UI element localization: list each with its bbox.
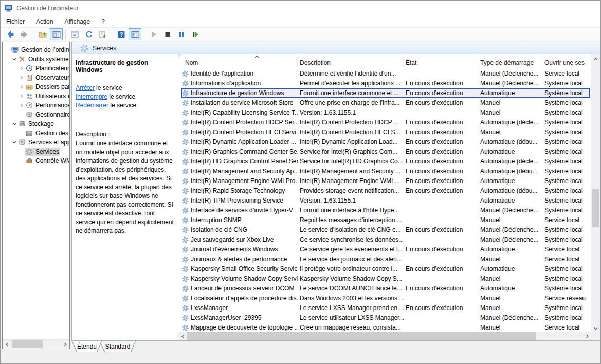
service-row[interactable]: Intel(R) Content Protection HDCP Ser...I… bbox=[178, 118, 591, 128]
service-row[interactable]: Informations d’applicationPermet d’exécu… bbox=[178, 79, 591, 88]
tree-item-stockage[interactable]: Stockage bbox=[3, 119, 69, 129]
service-row[interactable]: Intel(R) Content Protection HECI Servi..… bbox=[178, 128, 591, 137]
show-console-tree-button[interactable] bbox=[50, 28, 63, 40]
service-row[interactable]: Journaux & alertes de performanceLe serv… bbox=[178, 254, 591, 264]
tree-item-gestion-de-l-ordinate[interactable]: Gestion de l’ordinate bbox=[3, 45, 69, 54]
show-action-pane-button[interactable] bbox=[129, 28, 141, 40]
service-row[interactable]: Intel(R) Capability Licensing Service T.… bbox=[178, 108, 591, 118]
column-divider[interactable] bbox=[297, 57, 298, 67]
service-row[interactable]: Kaspersky Small Office Security Servic..… bbox=[178, 264, 591, 274]
service-row[interactable]: Intel(R) Dynamic Application Loader ...I… bbox=[178, 137, 591, 147]
scrollbar-thumb[interactable] bbox=[592, 189, 599, 227]
service-row[interactable]: Localisateur d’appels de procédure dis..… bbox=[178, 294, 591, 303]
tree-item-gestion-des-d[interactable]: Gestion des d bbox=[3, 129, 69, 138]
menu-help[interactable]: ? bbox=[96, 16, 111, 27]
column-header-description[interactable]: Description bbox=[300, 54, 403, 69]
column-header-nom[interactable]: Nom bbox=[185, 54, 296, 69]
tree-item-observateur[interactable]: Observateur bbox=[3, 73, 69, 82]
service-row[interactable]: Intel(R) TPM Provisioning ServiceVersion… bbox=[178, 196, 591, 206]
chevron-expanded-icon[interactable] bbox=[11, 120, 18, 128]
chevron-collapsed-icon[interactable] bbox=[18, 65, 25, 72]
service-row[interactable]: Interruption SNMPReçoit les messages d’i… bbox=[178, 215, 591, 225]
tree-item-services[interactable]: Services bbox=[3, 147, 69, 156]
scroll-right-icon[interactable] bbox=[61, 340, 69, 349]
service-gear-icon bbox=[182, 324, 189, 331]
tree-item-gestionnaire[interactable]: Gestionnaire bbox=[3, 110, 69, 119]
scroll-left-icon[interactable] bbox=[3, 340, 11, 349]
list-vertical-scrollbar[interactable] bbox=[591, 54, 600, 333]
export-list-button[interactable] bbox=[96, 28, 109, 40]
chevron-expanded-icon[interactable] bbox=[11, 139, 18, 146]
column-divider[interactable] bbox=[403, 57, 404, 67]
tree-item-utilisateurs-e[interactable]: Utilisateurs e bbox=[3, 92, 69, 101]
pause-service-button[interactable] bbox=[175, 28, 188, 40]
scroll-left-icon[interactable] bbox=[178, 332, 187, 340]
column-divider[interactable] bbox=[542, 57, 542, 67]
tree-item-label: Outils système bbox=[27, 56, 69, 63]
service-startup-cell: Manuel (Déclenche... bbox=[480, 225, 544, 235]
service-description-cell: Permet d’exécuter les applications ... bbox=[300, 79, 404, 88]
tree-horizontal-scrollbar[interactable] bbox=[3, 339, 69, 349]
service-startup-cell: Automatique (débu... bbox=[480, 186, 544, 196]
service-row[interactable]: Interface de services d’invité Hyper-VFo… bbox=[178, 206, 591, 215]
chevron-expanded-icon[interactable] bbox=[11, 56, 18, 63]
service-row[interactable]: Identité de l’applicationDétermine et vé… bbox=[178, 69, 591, 79]
service-row[interactable]: Isolation de clé CNGLe service d’isolati… bbox=[178, 225, 591, 235]
service-row[interactable]: LxssManagerUser_29395Le service utilisat… bbox=[178, 313, 591, 323]
service-row[interactable]: Jeu sauvegardé sur Xbox LiveCe service s… bbox=[178, 235, 591, 245]
tab-standard[interactable]: Standard bbox=[100, 341, 136, 352]
service-row[interactable]: Journal d’événements WindowsCe service g… bbox=[178, 245, 591, 254]
tree-item-services-et-applic[interactable]: Services et applic bbox=[3, 138, 69, 147]
service-status-cell bbox=[406, 215, 479, 225]
tree-item-controle-wm[interactable]: Contrôle WM bbox=[3, 156, 69, 166]
restart-service-button[interactable] bbox=[189, 28, 202, 40]
start-service-button[interactable] bbox=[147, 28, 160, 40]
service-row[interactable]: Mappage de découverte de topologie ...Cr… bbox=[178, 323, 591, 332]
list-horizontal-scrollbar[interactable] bbox=[178, 332, 591, 340]
arreter-service-link[interactable]: Arrêter bbox=[76, 84, 95, 92]
service-row[interactable]: LxssManagerLe service LXSS Manager prend… bbox=[178, 303, 591, 313]
column-header-etat[interactable]: État bbox=[406, 54, 478, 69]
service-logon-cell: Système local bbox=[544, 284, 591, 294]
service-logon-cell: Système local bbox=[544, 176, 591, 186]
up-one-level-button[interactable] bbox=[36, 28, 49, 40]
chevron-collapsed-icon[interactable] bbox=[18, 93, 25, 100]
tree-item-outils-systeme[interactable]: Outils système bbox=[3, 54, 69, 64]
help-button[interactable]: ? bbox=[115, 28, 128, 40]
scrollbar-thumb[interactable] bbox=[187, 332, 536, 340]
service-row[interactable]: Installation du service Microsoft StoreO… bbox=[178, 98, 591, 108]
refresh-button[interactable] bbox=[82, 28, 95, 40]
service-description-cell: Il protège votre ordinateur contre l... bbox=[300, 264, 404, 274]
forward-button[interactable] bbox=[17, 28, 30, 40]
service-row[interactable]: Intel(R) Management and Security Ap...In… bbox=[178, 167, 591, 176]
scroll-right-icon[interactable] bbox=[582, 332, 591, 340]
chevron-collapsed-icon[interactable] bbox=[18, 83, 25, 90]
column-header-type-demarrage[interactable]: Type de démarrage bbox=[480, 54, 543, 69]
redemarrer-service-link[interactable]: Redémarrer bbox=[76, 102, 108, 109]
menu-fichier[interactable]: Fichier bbox=[1, 16, 30, 27]
titlebar[interactable]: Gestion de l’ordinateur bbox=[1, 1, 600, 16]
stop-service-button[interactable] bbox=[161, 28, 174, 40]
menu-action[interactable]: Action bbox=[30, 16, 59, 27]
service-row[interactable]: Intel(R) Graphics Command Center Se...Se… bbox=[178, 147, 591, 157]
chevron-collapsed-icon[interactable] bbox=[18, 102, 25, 109]
scrollbar-thumb[interactable] bbox=[12, 340, 43, 348]
scroll-up-icon[interactable] bbox=[591, 54, 600, 63]
chevron-collapsed-icon[interactable] bbox=[18, 74, 25, 81]
service-row[interactable]: Lanceur de processus serveur DCOMLe serv… bbox=[178, 284, 591, 294]
tree-item-performance[interactable]: Performance bbox=[3, 101, 69, 110]
menu-affichage[interactable]: Affichage bbox=[59, 16, 96, 27]
tree-item-planificateur[interactable]: Planificateur bbox=[3, 64, 69, 73]
service-row[interactable]: Kaspersky Volume Shadow Copy Servi...Kas… bbox=[178, 274, 591, 284]
service-row[interactable]: Infrastructure de gestion WindowsFournit… bbox=[178, 88, 591, 98]
back-button[interactable] bbox=[4, 28, 16, 40]
tree-item-dossiers-part[interactable]: Dossiers part bbox=[3, 82, 69, 92]
column-header-ouvrir-session[interactable]: Ouvrir une ses bbox=[544, 54, 592, 69]
column-divider[interactable] bbox=[478, 57, 478, 67]
service-row[interactable]: Intel(R) Management Engine WMI Pro...Int… bbox=[178, 176, 591, 186]
service-row[interactable]: Intel(R) HD Graphics Control Panel Ser..… bbox=[178, 157, 591, 167]
interrompre-service-link[interactable]: Interrompre bbox=[76, 93, 107, 100]
tab-etendu[interactable]: Étendu bbox=[72, 341, 102, 352]
service-row[interactable]: Intel(R) Rapid Storage TechnologyProvide… bbox=[178, 186, 591, 196]
properties-button[interactable] bbox=[68, 28, 81, 40]
